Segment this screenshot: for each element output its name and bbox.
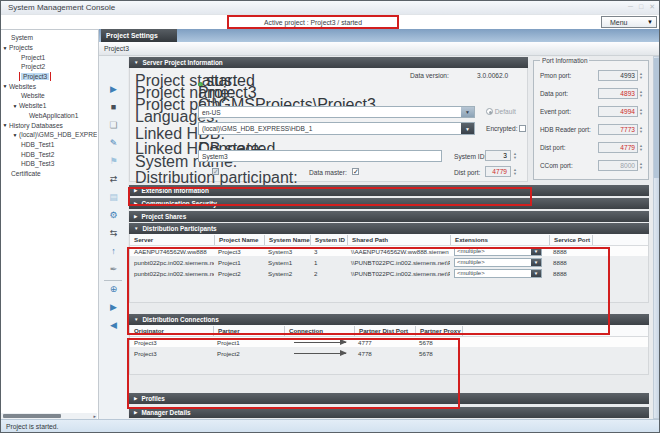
tree-expand-icon[interactable]: ▼ [11,103,19,109]
tree-expand-icon[interactable]: ▼ [1,45,9,51]
scrollbar-thumb[interactable] [3,414,61,418]
scrollbar-thumb[interactable] [654,58,659,178]
data-master-checkbox[interactable] [352,168,359,175]
chevron-down-icon[interactable]: ▼ [531,270,541,277]
share-icon[interactable]: ⇆ [99,228,128,239]
radio-icon [486,108,493,115]
port-row-data: Data port:4893▲▼ [534,87,650,101]
extensions-dropdown[interactable]: <multiple>▼ [454,258,542,267]
minimize-icon[interactable]: ─ [628,2,633,12]
distribution-participants-table: Server Project Name System Name System I… [129,234,649,303]
sidebar-item-hdb-express[interactable]: ▼(local)\GMS_HDB_EXPRES [1,130,97,140]
tab-project-settings[interactable]: Project Settings [101,29,177,42]
chevron-down-icon[interactable]: ▼ [531,248,541,255]
section-project-shares[interactable]: Project Shares [129,211,649,222]
sidebar-item-project1[interactable]: Project1 [1,52,97,62]
data-port-stepper[interactable]: 4893 [598,88,638,99]
pin-icon[interactable]: ✒ [99,264,128,275]
chevron-down-icon[interactable]: ▼ [461,123,474,134]
sidebar-item-certificate[interactable]: Certificate [1,169,97,179]
checkbox-icon [519,125,526,132]
sidebar-item-project3[interactable]: Project3 [1,72,97,82]
participant-row[interactable]: AAENPU746562W.ww888 Project3 System3 3 \… [130,246,648,256]
tree-expand-icon[interactable]: ▼ [1,83,9,89]
active-project-annotation-frame: Active project : Project3 / started [227,15,399,29]
dist-port-stepper[interactable]: 4779 [598,142,638,153]
connections-header-row: Originator Partner Connection Partner Di… [130,325,648,337]
add-icon[interactable]: ⊕ [99,284,128,295]
port-row-ccom: CCom port:8000▲▼ [534,159,650,173]
stepper-arrows-icon[interactable]: ▲▼ [639,126,643,134]
forward-icon[interactable]: ▶ [99,302,128,313]
stepper-arrows-icon[interactable]: ▲▼ [639,108,643,116]
flag-icon[interactable]: ⚑ [99,156,128,167]
section-distribution-participants[interactable]: Distribution Participants [129,223,649,234]
system-id-stepper[interactable]: 3 [485,150,511,161]
settings-icon[interactable]: ⚙ [99,210,128,221]
save-icon[interactable]: ▤ [99,192,128,203]
stepper-arrows-icon[interactable]: ▲▼ [513,152,517,160]
section-distribution-connections[interactable]: Distribution Connections [129,314,649,325]
stop-icon[interactable]: ■ [99,102,128,113]
section-profiles[interactable]: Profiles [129,393,649,404]
sidebar-item-hdb-test3[interactable]: HDB_Test3 [1,159,97,169]
compare-icon[interactable]: ⇄ [99,174,128,185]
back-icon[interactable]: ◀ [99,320,128,331]
connection-row[interactable]: Project3 Project1 4777 5678 [130,337,648,347]
subtab-project3[interactable]: Project3 [104,45,129,52]
copy-project-icon[interactable]: ❏ [99,120,128,131]
connection-row[interactable]: Project3 Project2 4778 5678 [130,348,648,358]
sidebar-item-websites[interactable]: ▼Websites [1,81,97,91]
status-bar: Project is started. [1,419,660,432]
sidebar-item-system[interactable]: System [1,33,97,43]
main-panel: Project Settings Project3 ▶ ■ ❏ ✎ ⚑ ⇄ ▤ … [99,29,660,421]
encrypted-checkbox[interactable]: Encrypted: [486,125,526,132]
menu-button[interactable]: Menu ▼ [601,16,657,28]
upload-icon[interactable]: ↑ [99,246,128,257]
system-name-input[interactable]: System3 [198,150,442,162]
start-icon[interactable]: ▶ [99,84,128,95]
distribution-participant-checkbox[interactable] [212,168,219,175]
tree-expand-icon[interactable]: ▼ [1,122,9,128]
participants-header-row: Server Project Name System Name System I… [130,234,648,246]
pmon-port-stepper[interactable]: 4993 [598,70,638,81]
default-radio[interactable]: Default [486,108,516,115]
sidebar-item-project2[interactable]: Project2 [1,62,97,72]
window-title: System Management Console [8,3,115,12]
stepper-arrows-icon[interactable]: ▲▼ [513,168,517,176]
ccom-port-stepper[interactable]: 8000 [598,160,638,171]
participant-row[interactable]: punbt022pc.in002.siemens.net Project2 Sy… [130,268,648,278]
dist-port-stepper[interactable]: 4779 [485,166,511,177]
sidebar-item-projects[interactable]: ▼Projects [1,43,97,53]
main-vertical-scrollbar[interactable] [653,56,660,419]
event-port-stepper[interactable]: 4994 [598,106,638,117]
section-communication-security[interactable]: Communication Security [129,198,649,209]
extensions-dropdown[interactable]: <multiple>▼ [454,247,542,256]
sidebar-item-hdb-test1[interactable]: HDB_Test1 [1,140,97,150]
stepper-arrows-icon[interactable]: ▲▼ [639,162,643,170]
section-server-project-information[interactable]: Server Project Information [129,57,528,68]
section-extension-information[interactable]: Extension Information [129,185,649,196]
sidebar-item-website1[interactable]: ▼Website1 [1,101,97,111]
hdb-reader-port-stepper[interactable]: 7773 [598,124,638,135]
sidebar-item-history-databases[interactable]: ▼History Databases [1,120,97,130]
extensions-dropdown[interactable]: <multiple>▼ [454,269,542,278]
tree-expand-icon[interactable]: ▼ [11,132,19,138]
sidebar-item-website[interactable]: Website [1,91,97,101]
stepper-arrows-icon[interactable]: ▲▼ [639,72,643,80]
dist-port-label: Dist port: [454,169,480,176]
chevron-down-icon[interactable]: ▼ [461,107,474,117]
section-manager-details[interactable]: Manager Details [129,407,649,418]
participant-row[interactable]: punbt022pc.in002.siemens.net Project1 Sy… [130,257,648,267]
sidebar-item-hdb-test2[interactable]: HDB_Test2 [1,149,97,159]
stepper-arrows-icon[interactable]: ▲▼ [639,90,643,98]
stepper-arrows-icon[interactable]: ▲▼ [639,144,643,152]
maximize-icon[interactable]: □ [639,2,643,12]
sidebar-item-webapplication1[interactable]: WebApplication1 [1,111,97,121]
chevron-down-icon[interactable]: ▼ [531,259,541,266]
languages-dropdown[interactable]: en-US ▼ [198,106,475,118]
edit-icon[interactable]: ✎ [99,138,128,149]
linked-hdb-dropdown[interactable]: (local)\GMS_HDB_EXPRESS\HDB_1 ▼ [198,122,475,135]
close-icon[interactable]: ✕ [649,2,655,12]
tab-row: Project Settings [99,29,660,42]
